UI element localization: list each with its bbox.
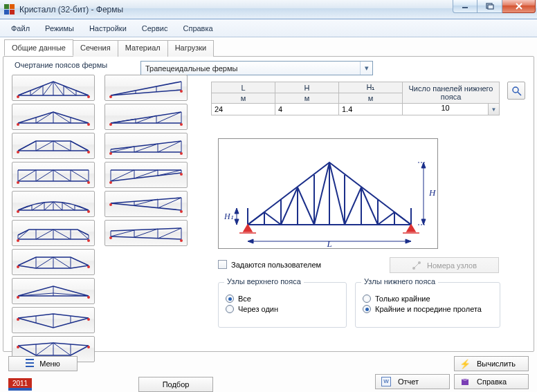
input-H[interactable]: 4 bbox=[275, 104, 339, 115]
maximize-button[interactable] bbox=[477, 0, 502, 13]
svg-point-35 bbox=[17, 151, 19, 153]
col-panels: Число панелей нижнего пояса bbox=[403, 82, 500, 104]
menubar: Файл Режимы Настройки Сервис Справка bbox=[0, 19, 537, 37]
svg-line-113 bbox=[111, 119, 136, 123]
selection-button[interactable]: Подбор bbox=[138, 377, 213, 392]
input-H1[interactable]: 1.4 bbox=[339, 104, 403, 115]
svg-point-92 bbox=[17, 318, 19, 321]
unit-L: м bbox=[212, 93, 275, 104]
svg-point-106 bbox=[109, 95, 112, 98]
truss-shape-6[interactable] bbox=[12, 220, 95, 246]
group-bottom-chord-nodes: Узлы нижнего пояса Только крайние Крайни… bbox=[355, 282, 500, 328]
svg-line-15 bbox=[64, 86, 76, 95]
minimize-icon bbox=[462, 3, 468, 9]
svg-line-157 bbox=[158, 228, 181, 239]
svg-point-147 bbox=[109, 203, 112, 206]
svg-point-62 bbox=[17, 210, 19, 213]
svg-line-34 bbox=[71, 141, 89, 151]
truss-shape-9[interactable] bbox=[12, 307, 95, 333]
user-defined-checkbox[interactable] bbox=[218, 260, 227, 269]
menu-modes[interactable]: Режимы bbox=[38, 21, 81, 35]
input-L[interactable]: 24 bbox=[212, 104, 275, 115]
svg-line-72 bbox=[53, 230, 71, 239]
tab-general[interactable]: Общие данные bbox=[4, 39, 73, 56]
calculate-button[interactable]: ⚡ Вычислить bbox=[454, 356, 529, 371]
bolt-icon: ⚡ bbox=[460, 359, 470, 368]
col-L: L bbox=[212, 82, 275, 93]
truss-shape-14[interactable] bbox=[104, 162, 188, 188]
svg-line-182 bbox=[378, 212, 394, 225]
menu-service[interactable]: Сервис bbox=[135, 21, 175, 35]
svg-point-63 bbox=[87, 210, 90, 213]
tab-loads[interactable]: Нагрузки bbox=[167, 40, 215, 57]
menu-help[interactable]: Справка bbox=[176, 21, 219, 35]
menu-settings[interactable]: Настройки bbox=[82, 21, 134, 35]
truss-shape-7[interactable] bbox=[12, 249, 95, 275]
unit-H1: м bbox=[339, 93, 403, 104]
svg-line-101 bbox=[111, 82, 181, 95]
svg-line-58 bbox=[44, 202, 53, 210]
truss-shape-8[interactable] bbox=[12, 278, 95, 304]
close-button[interactable] bbox=[502, 0, 536, 13]
truss-shape-11[interactable] bbox=[104, 75, 188, 101]
help-button[interactable]: Справка bbox=[454, 374, 529, 389]
svg-line-141 bbox=[111, 203, 181, 210]
svg-line-56 bbox=[18, 205, 32, 210]
svg-line-161 bbox=[518, 92, 521, 95]
menu-icon bbox=[26, 359, 34, 368]
svg-marker-189 bbox=[248, 239, 253, 243]
tab-material[interactable]: Материал bbox=[118, 40, 168, 57]
magnifier-button[interactable] bbox=[507, 82, 525, 100]
svg-marker-186 bbox=[407, 225, 415, 232]
svg-point-158 bbox=[109, 236, 112, 239]
svg-marker-193 bbox=[421, 219, 426, 225]
radio-bottom-edges[interactable] bbox=[363, 295, 371, 303]
truss-shape-16[interactable] bbox=[104, 220, 188, 246]
svg-text:L: L bbox=[326, 239, 331, 248]
svg-line-59 bbox=[53, 202, 62, 210]
maximize-icon bbox=[486, 3, 494, 10]
svg-line-97 bbox=[36, 343, 53, 355]
tab-sections[interactable]: Сечения bbox=[73, 40, 118, 57]
truss-shape-15[interactable] bbox=[104, 191, 188, 217]
menu-button[interactable]: Меню bbox=[8, 356, 78, 371]
truss-shape-2[interactable] bbox=[12, 104, 95, 130]
svg-point-17 bbox=[17, 95, 19, 98]
svg-marker-190 bbox=[406, 239, 411, 243]
truss-type-combo[interactable]: Трапецеидальные фермы ▾ bbox=[140, 61, 373, 75]
truss-shape-5[interactable] bbox=[12, 191, 95, 217]
window-title: Кристалл (32-бит) - Фермы bbox=[19, 5, 123, 15]
svg-line-150 bbox=[111, 236, 181, 239]
report-button[interactable]: W Отчет bbox=[375, 374, 450, 389]
svg-point-75 bbox=[87, 239, 90, 242]
truss-shape-12[interactable] bbox=[104, 104, 188, 130]
svg-point-138 bbox=[109, 181, 112, 184]
minimize-button[interactable] bbox=[453, 0, 477, 13]
book-icon bbox=[460, 377, 470, 386]
svg-line-180 bbox=[345, 187, 361, 225]
truss-shape-1[interactable] bbox=[12, 75, 95, 101]
truss-shape-4[interactable] bbox=[12, 162, 95, 188]
svg-point-116 bbox=[109, 123, 112, 126]
radio-top-alternate[interactable] bbox=[226, 305, 234, 313]
svg-point-204 bbox=[418, 261, 421, 264]
truss-type-value: Трапецеидальные фермы bbox=[141, 64, 360, 73]
truss-shape-3[interactable] bbox=[12, 133, 95, 159]
input-panels[interactable]: 10▼ bbox=[403, 104, 500, 115]
svg-point-18 bbox=[87, 95, 90, 98]
menu-file[interactable]: Файл bbox=[4, 21, 37, 35]
chevron-down-icon[interactable]: ▼ bbox=[488, 104, 499, 115]
svg-line-175 bbox=[264, 212, 281, 225]
tab-strip: Общие данные Сечения Материал Нагрузки bbox=[4, 39, 536, 56]
radio-bottom-edges-mid[interactable] bbox=[363, 305, 371, 313]
svg-point-74 bbox=[17, 239, 19, 242]
svg-point-159 bbox=[180, 239, 183, 242]
svg-line-114 bbox=[136, 115, 156, 123]
svg-line-33 bbox=[53, 141, 71, 151]
svg-line-45 bbox=[36, 170, 53, 181]
truss-shape-13[interactable] bbox=[104, 133, 188, 159]
svg-line-71 bbox=[36, 230, 53, 239]
close-icon bbox=[515, 3, 523, 10]
svg-line-61 bbox=[75, 205, 89, 210]
radio-top-all[interactable] bbox=[226, 295, 234, 303]
